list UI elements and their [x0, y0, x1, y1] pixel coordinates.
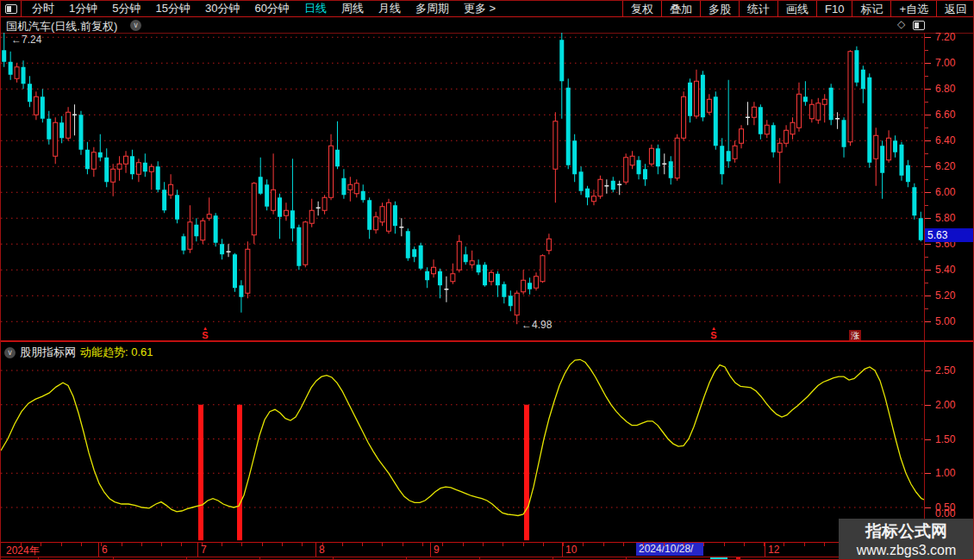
- watermark: 指标公式网 www.zbgs3.com: [839, 519, 974, 560]
- axis-tick-minor: [925, 283, 928, 283]
- watermark-title: 指标公式网: [839, 520, 974, 543]
- timeline-tick: [684, 543, 684, 546]
- timeline-tick: [262, 543, 263, 546]
- timeline-tick: [744, 543, 745, 546]
- indicator-axis-label: 2.00: [935, 399, 955, 411]
- indicator-value: 0.61: [131, 345, 153, 358]
- action-button[interactable]: 多股: [700, 1, 739, 17]
- timeline-tick: [403, 543, 403, 546]
- indicator-value-label: 动能趋势: 0.61: [80, 345, 153, 360]
- period-tab[interactable]: 1分钟: [69, 1, 97, 16]
- timeline-tick: [804, 543, 805, 546]
- date-cursor-tag: 2024/10/28/—: [636, 543, 703, 556]
- timeline-tick: [362, 543, 363, 546]
- axis-tick-minor: [925, 308, 928, 309]
- axis-tick-minor: [925, 50, 928, 51]
- indicator-chart[interactable]: [1, 343, 924, 542]
- axis-tick: [925, 166, 931, 167]
- price-axis-label: 5.40: [935, 264, 955, 276]
- timeline-tick: [422, 543, 423, 546]
- axis-tick: [925, 321, 931, 322]
- chevron-down-icon[interactable]: ∨: [4, 347, 16, 358]
- price-axis-label: 5.20: [935, 289, 955, 302]
- price-axis-label: 7.20: [935, 31, 955, 43]
- split-window-icon[interactable]: [913, 21, 925, 30]
- action-button[interactable]: 统计: [739, 1, 777, 17]
- timeline-tick: [61, 543, 62, 546]
- axis-tick-minor: [925, 257, 928, 258]
- axis-divider: [924, 33, 925, 557]
- price-axis-label: 7.00: [935, 57, 955, 69]
- indicator-axis-label: 1.50: [935, 433, 955, 445]
- timeline-month-separator: [562, 543, 563, 557]
- sell-signal-marker: ▲S: [709, 326, 719, 340]
- axis-tick: [925, 115, 931, 115]
- trading-app-window: 分时1分钟5分钟15分钟30分钟60分钟日线周线月线多周期更多 > 复权叠加多股…: [0, 0, 974, 560]
- action-button[interactable]: 标记: [852, 1, 890, 17]
- period-tab[interactable]: 分时: [32, 1, 54, 16]
- timeline-tick: [563, 543, 564, 546]
- axis-tick: [925, 439, 931, 440]
- period-tab[interactable]: 周线: [341, 1, 364, 16]
- action-button[interactable]: 叠加: [661, 1, 700, 17]
- timeline-month-separator: [430, 543, 431, 557]
- timeline-tick: [703, 543, 704, 546]
- axis-tick: [925, 89, 931, 90]
- timeline-month-separator: [765, 543, 765, 557]
- axis-tick: [925, 370, 931, 371]
- period-tab[interactable]: 日线: [304, 1, 327, 16]
- candlestick-chart[interactable]: [1, 33, 924, 340]
- price-axis-label: 6.20: [935, 160, 955, 172]
- axis-tick-minor: [925, 205, 928, 206]
- price-axis-label: 6.60: [935, 109, 955, 121]
- chevron-down-icon[interactable]: ∨: [130, 20, 141, 31]
- axis-tick-minor: [925, 153, 928, 154]
- indicator-header: ∨ 股朋指标网 动能趋势: 0.61: [4, 345, 153, 360]
- action-button[interactable]: F10: [816, 1, 852, 17]
- axis-tick: [925, 218, 931, 219]
- action-button[interactable]: 画线: [777, 1, 816, 17]
- timeline-tick: [41, 543, 41, 546]
- timeline-tick: [442, 543, 443, 546]
- timeline-label: 12: [768, 544, 779, 556]
- timeline-axis[interactable]: 2024/10/28/— 2024年67891012: [1, 543, 973, 557]
- axis-tick: [925, 37, 931, 38]
- action-button[interactable]: +自选: [890, 1, 936, 17]
- period-tab[interactable]: 30分钟: [205, 1, 240, 16]
- indicator-source-label: 股朋指标网: [20, 345, 76, 360]
- panel-divider: [1, 340, 974, 342]
- timeline-tick: [342, 543, 343, 546]
- timeline-label: 10: [565, 544, 577, 556]
- period-tab[interactable]: 5分钟: [112, 1, 140, 16]
- timeline-tick: [824, 543, 825, 546]
- price-axis-label: 5.00: [935, 315, 955, 327]
- watermark-url: www.zbgs3.com: [839, 543, 974, 558]
- diamond-icon[interactable]: ◇: [897, 18, 905, 30]
- period-tab[interactable]: 15分钟: [155, 1, 190, 16]
- timeline-tick: [664, 543, 665, 546]
- window-layout-button[interactable]: [1, 1, 22, 17]
- action-button[interactable]: 返回: [936, 1, 974, 17]
- timeline-tick: [603, 543, 604, 546]
- indicator-axis-label: 1.00: [935, 467, 955, 479]
- price-axis-label: 5.80: [935, 212, 955, 224]
- period-tab[interactable]: 60分钟: [254, 1, 289, 16]
- split-window-icon: [5, 4, 17, 14]
- axis-tick-minor: [925, 76, 928, 77]
- timeline-tick: [122, 543, 122, 546]
- action-buttons: 复权叠加多股统计画线F10标记+自选返回: [622, 1, 974, 17]
- timeline-tick: [623, 543, 624, 546]
- period-toolbar: 分时1分钟5分钟15分钟30分钟60分钟日线周线月线多周期更多 > 复权叠加多股…: [1, 1, 974, 17]
- axis-tick: [925, 507, 931, 508]
- period-tab[interactable]: 更多 >: [464, 1, 496, 16]
- price-axis-label: 6.00: [935, 186, 955, 198]
- s-glyph: S: [709, 331, 719, 340]
- timeline-tick: [503, 543, 503, 546]
- timeline-label: 6: [102, 544, 108, 556]
- period-tab[interactable]: 月线: [378, 1, 401, 16]
- axis-tick: [925, 63, 931, 64]
- action-button[interactable]: 复权: [622, 1, 661, 17]
- indicator-axis-label: 2.50: [935, 364, 955, 376]
- timeline-tick: [141, 543, 142, 546]
- period-tab[interactable]: 多周期: [415, 1, 449, 16]
